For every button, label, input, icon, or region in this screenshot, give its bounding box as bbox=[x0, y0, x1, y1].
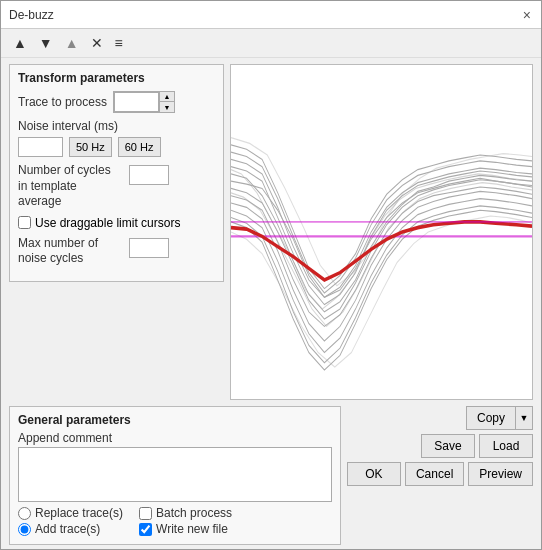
add-label: Add trace(s) bbox=[35, 522, 100, 536]
write-label: Write new file bbox=[156, 522, 228, 536]
chart-svg bbox=[231, 65, 532, 399]
trace-spin-down[interactable]: ▼ bbox=[160, 102, 174, 112]
max-noise-input[interactable]: 204 bbox=[129, 238, 169, 258]
close-button[interactable]: × bbox=[521, 7, 533, 23]
add-radio[interactable] bbox=[18, 523, 31, 536]
load-button[interactable]: Load bbox=[479, 434, 533, 458]
toolbar: ▲ ▼ ▲ ✕ ≡ bbox=[1, 29, 541, 58]
ok-button[interactable]: OK bbox=[347, 462, 401, 486]
general-group: General parameters Append comment Replac… bbox=[9, 406, 341, 545]
options-row: Replace trace(s) Add trace(s) Batch proc… bbox=[18, 506, 332, 536]
noise-input[interactable]: 20 bbox=[18, 137, 63, 157]
batch-item: Batch process bbox=[139, 506, 232, 520]
hz50-btn[interactable]: 50 Hz bbox=[69, 137, 112, 157]
titlebar: De-buzz × bbox=[1, 1, 541, 29]
ok-cancel-row: OK Cancel Preview bbox=[347, 462, 533, 486]
transform-group: Transform parameters Trace to process 1 … bbox=[9, 64, 224, 282]
cancel-button[interactable]: Cancel bbox=[405, 462, 464, 486]
toolbar-up2-btn[interactable]: ▲ bbox=[61, 33, 83, 53]
save-button[interactable]: Save bbox=[421, 434, 475, 458]
add-row: Add trace(s) bbox=[18, 522, 123, 536]
main-content: Transform parameters Trace to process 1 … bbox=[1, 58, 541, 406]
check-group: Batch process Write new file bbox=[139, 506, 232, 536]
trace-label: Trace to process bbox=[18, 95, 107, 109]
de-buzz-window: De-buzz × ▲ ▼ ▲ ✕ ≡ Transform parameters… bbox=[0, 0, 542, 550]
toolbar-down-btn[interactable]: ▼ bbox=[35, 33, 57, 53]
toolbar-up-btn[interactable]: ▲ bbox=[9, 33, 31, 53]
cycles-label: Number of cycles in template average bbox=[18, 163, 123, 210]
noise-row: 20 50 Hz 60 Hz bbox=[18, 137, 215, 157]
trace-radio-group: Replace trace(s) Add trace(s) bbox=[18, 506, 123, 536]
save-load-row: Save Load bbox=[421, 434, 533, 458]
draggable-checkbox[interactable] bbox=[18, 216, 31, 229]
transform-title: Transform parameters bbox=[18, 71, 215, 85]
draggable-row: Use draggable limit cursors bbox=[18, 216, 215, 230]
batch-label: Batch process bbox=[156, 506, 232, 520]
append-textarea[interactable] bbox=[18, 447, 332, 502]
hz60-btn[interactable]: 60 Hz bbox=[118, 137, 161, 157]
max-noise-row: Max number of noise cycles 204 bbox=[18, 236, 215, 267]
window-title: De-buzz bbox=[9, 8, 54, 22]
replace-label: Replace trace(s) bbox=[35, 506, 123, 520]
replace-radio[interactable] bbox=[18, 507, 31, 520]
trace-spin: 1 ▲ ▼ bbox=[113, 91, 175, 113]
write-checkbox[interactable] bbox=[139, 523, 152, 536]
bottom-section: General parameters Append comment Replac… bbox=[1, 406, 541, 549]
copy-group: Copy ▼ bbox=[466, 406, 533, 430]
general-title: General parameters bbox=[18, 413, 332, 427]
write-item: Write new file bbox=[139, 522, 232, 536]
svg-rect-0 bbox=[231, 65, 532, 399]
toolbar-menu-btn[interactable]: ≡ bbox=[111, 33, 127, 53]
preview-button[interactable]: Preview bbox=[468, 462, 533, 486]
trace-spin-up[interactable]: ▲ bbox=[160, 92, 174, 102]
noise-label: Noise interval (ms) bbox=[18, 119, 215, 133]
left-panel: Transform parameters Trace to process 1 … bbox=[9, 64, 224, 400]
max-noise-label: Max number of noise cycles bbox=[18, 236, 123, 267]
trace-spin-buttons: ▲ ▼ bbox=[159, 92, 174, 112]
chart-area bbox=[230, 64, 533, 400]
cycles-row: Number of cycles in template average 50 bbox=[18, 163, 215, 210]
copy-dropdown-btn[interactable]: ▼ bbox=[515, 406, 533, 430]
append-label: Append comment bbox=[18, 431, 332, 445]
trace-row: Trace to process 1 ▲ ▼ bbox=[18, 91, 215, 113]
trace-input[interactable]: 1 bbox=[114, 92, 159, 112]
copy-button[interactable]: Copy bbox=[466, 406, 515, 430]
toolbar-x-btn[interactable]: ✕ bbox=[87, 33, 107, 53]
right-buttons: Copy ▼ Save Load OK Cancel Preview bbox=[347, 406, 533, 486]
replace-row: Replace trace(s) bbox=[18, 506, 123, 520]
batch-checkbox[interactable] bbox=[139, 507, 152, 520]
cycles-input[interactable]: 50 bbox=[129, 165, 169, 185]
draggable-label: Use draggable limit cursors bbox=[35, 216, 180, 230]
